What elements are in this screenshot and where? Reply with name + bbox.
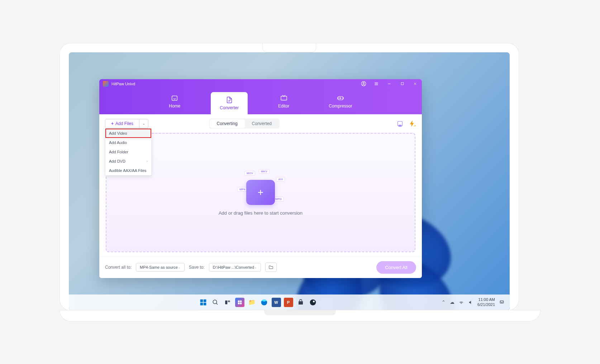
format-tag-mkv: MKV (259, 169, 270, 174)
laptop-base (60, 310, 540, 321)
lightning-icon[interactable]: on (408, 120, 416, 128)
drop-zone-text: Add or drag files here to start conversi… (219, 210, 303, 216)
hardware-accel-icon[interactable]: on (396, 120, 404, 128)
save-path-select[interactable]: D:\HitPaw ...\Converted ⌄ (209, 263, 261, 272)
dropdown-item-add-folder[interactable]: Add Folder (105, 147, 151, 157)
nav-bar: Home Converter Editor (99, 88, 422, 114)
svg-rect-15 (200, 299, 203, 302)
laptop-notch (262, 43, 316, 52)
store-icon[interactable] (296, 298, 305, 307)
taskbar-time: 11:00 AM (477, 297, 495, 302)
windows-taskbar: 📁 W P ⌃ ☁ (69, 294, 510, 310)
svg-rect-24 (240, 300, 242, 302)
widgets-icon[interactable] (235, 298, 244, 307)
laptop-frame: HitPaw Univd (60, 43, 519, 310)
taskbar-date: 6/21/2021 (477, 302, 495, 307)
desktop-wallpaper: HitPaw Univd (69, 52, 510, 310)
onedrive-icon[interactable]: ☁ (450, 300, 454, 305)
svg-point-1 (363, 82, 364, 84)
add-files-dropdown-toggle[interactable]: ⌄ (139, 119, 148, 128)
drop-zone[interactable]: MOV MKV AVI MP4 MPG + Add or drag files … (106, 133, 415, 252)
chevron-down-icon: ⌄ (178, 265, 181, 269)
user-icon[interactable] (360, 81, 367, 87)
file-explorer-icon[interactable]: 📁 (247, 298, 257, 307)
tray-chevron-icon[interactable]: ⌃ (442, 300, 446, 305)
drop-illustration: MOV MKV AVI MP4 MPG + (239, 169, 282, 205)
svg-rect-17 (200, 302, 203, 305)
dropdown-item-label: Audible AAX/AA Files (109, 168, 147, 173)
maximize-icon[interactable] (399, 81, 405, 87)
chevron-right-icon: › (147, 159, 148, 163)
notifications-icon[interactable] (499, 300, 504, 305)
nav-compressor[interactable]: Compressor (320, 88, 361, 114)
svg-rect-21 (225, 300, 227, 304)
svg-text:on: on (414, 124, 416, 127)
format-tag-mov: MOV (244, 171, 255, 176)
nav-compressor-label: Compressor (329, 104, 352, 109)
converter-icon (225, 96, 233, 104)
nav-editor[interactable]: Editor (269, 88, 298, 114)
chevron-down-icon: ⌄ (142, 121, 145, 125)
word-icon[interactable]: W (272, 298, 281, 307)
dropdown-item-add-dvd[interactable]: Add DVD› (105, 157, 151, 166)
save-path-value: D:\HitPaw ...\Converted (213, 265, 254, 269)
add-files-group: + Add Files ⌄ Add VideoAdd AudioAdd Fold… (105, 119, 148, 128)
app-window: HitPaw Univd (99, 79, 422, 278)
tab-converting[interactable]: Converting (210, 119, 245, 128)
nav-editor-label: Editor (278, 104, 289, 109)
menu-icon[interactable] (373, 81, 380, 87)
home-icon (171, 94, 178, 102)
svg-text:on: on (399, 124, 401, 127)
add-files-label: Add Files (115, 121, 133, 126)
plus-icon: + (111, 121, 114, 126)
close-icon[interactable] (412, 81, 418, 87)
svg-rect-23 (238, 300, 239, 302)
powerpoint-icon[interactable]: P (284, 298, 293, 307)
volume-icon[interactable] (468, 300, 473, 305)
steam-icon[interactable] (308, 298, 318, 307)
app-title: HitPaw Univd (111, 82, 360, 86)
svg-rect-25 (238, 302, 239, 304)
dropdown-item-add-video[interactable]: Add Video (105, 129, 151, 138)
open-folder-button[interactable] (265, 263, 277, 272)
svg-rect-9 (172, 96, 177, 100)
svg-rect-11 (338, 96, 343, 100)
convert-all-to-label: Convert all to: (105, 265, 132, 270)
dropdown-item-label: Add DVD (109, 159, 125, 163)
svg-point-19 (213, 300, 217, 304)
sub-tabs: Converting Converted (209, 119, 280, 129)
bottom-bar: Convert all to: MP4-Same as source ⌄ Sav… (99, 257, 422, 278)
svg-rect-6 (401, 82, 403, 85)
task-view-icon[interactable] (223, 298, 232, 307)
svg-line-20 (216, 303, 218, 305)
search-icon[interactable] (211, 298, 220, 307)
wifi-icon[interactable] (459, 300, 464, 305)
dropdown-item-add-audio[interactable]: Add Audio (105, 138, 151, 147)
folder-icon (268, 265, 273, 270)
taskbar-clock[interactable]: 11:00 AM 6/21/2021 (477, 297, 495, 307)
nav-home[interactable]: Home (160, 88, 189, 114)
svg-rect-18 (203, 302, 206, 305)
svg-point-29 (313, 301, 315, 302)
chevron-down-icon: ⌄ (254, 265, 257, 269)
svg-rect-16 (203, 299, 206, 302)
dropdown-item-audible-aax-aa-files[interactable]: Audible AAX/AA Files (105, 166, 151, 175)
nav-converter-label: Converter (220, 105, 239, 110)
add-files-button[interactable]: + Add Files (105, 119, 139, 128)
dropdown-item-label: Add Folder (109, 150, 128, 154)
nav-converter[interactable]: Converter (211, 92, 248, 114)
tab-converted[interactable]: Converted (245, 119, 279, 128)
svg-rect-26 (240, 302, 242, 304)
svg-rect-22 (228, 300, 230, 302)
svg-point-28 (310, 299, 316, 305)
compressor-icon (337, 94, 344, 102)
dropdown-item-label: Add Audio (109, 140, 127, 145)
editor-icon (280, 94, 288, 102)
convert-all-button[interactable]: Convert All (376, 261, 416, 274)
convert-format-select[interactable]: MP4-Same as source ⌄ (136, 263, 185, 272)
edge-icon[interactable] (259, 298, 269, 307)
add-files-dropdown-menu: Add VideoAdd AudioAdd FolderAdd DVD›Audi… (105, 128, 152, 176)
format-tag-avi: AVI (276, 177, 285, 182)
minimize-icon[interactable] (386, 81, 392, 87)
start-button[interactable] (199, 298, 208, 307)
